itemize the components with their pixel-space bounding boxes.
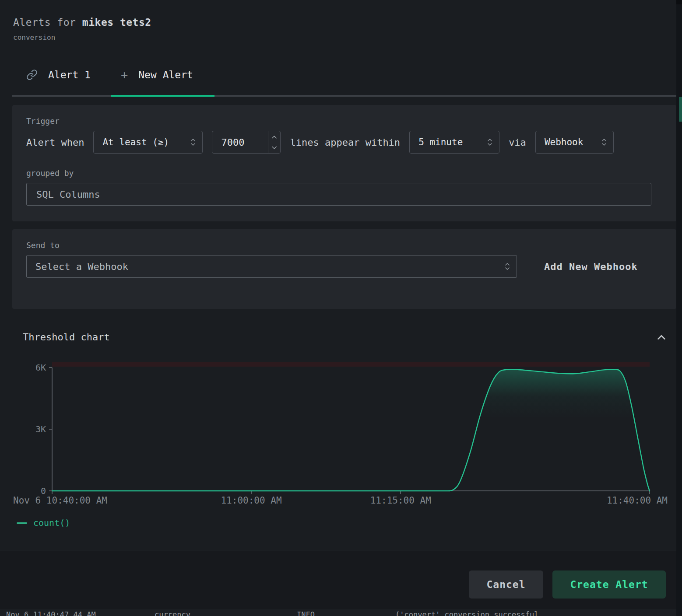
tab-new-alert[interactable]: + New Alert xyxy=(121,69,193,80)
threshold-chart: 03K6KNov 6 10:40:00 AM11:00:00 AM11:15:0… xyxy=(0,359,682,516)
background-green-element xyxy=(679,97,682,122)
cancel-button[interactable]: Cancel xyxy=(469,570,543,598)
via-text: via xyxy=(509,137,526,148)
group-by-input[interactable]: SQL Columns xyxy=(26,183,651,206)
trigger-row: Alert when At least (≥) 7000 lines appea… xyxy=(26,131,662,154)
time-window-select[interactable]: 5 minute xyxy=(409,131,499,154)
chevron-updown-icon xyxy=(503,261,511,272)
send-to-panel: Send to Select a Webhook Add New Webhook xyxy=(12,229,676,309)
create-alert-button[interactable]: Create Alert xyxy=(552,570,666,598)
threshold-type-select[interactable]: At least (≥) xyxy=(93,131,203,154)
x-axis-label: 11:40:00 AM xyxy=(607,495,668,506)
chevron-up-icon xyxy=(655,331,668,344)
chart-canvas xyxy=(0,359,682,516)
background-log-row: Nov 6 11:40:47.44 AM currency INFO ('con… xyxy=(0,609,682,616)
legend-series-label: count() xyxy=(33,518,70,528)
modal-footer: Cancel Create Alert xyxy=(0,550,682,609)
tab-new-alert-label: New Alert xyxy=(138,69,193,80)
tab-alert-1-label: Alert 1 xyxy=(48,69,91,80)
y-axis-label: 0 xyxy=(12,486,46,496)
chevron-updown-icon xyxy=(486,136,494,148)
tab-alert-1[interactable]: Alert 1 xyxy=(26,69,91,80)
alert-when-text: Alert when xyxy=(26,137,84,148)
y-axis-label: 3K xyxy=(12,424,46,434)
page-title-prefix: Alerts for xyxy=(13,17,76,28)
log-level: INFO xyxy=(297,610,315,616)
log-service: currency xyxy=(155,610,190,616)
trigger-panel: Trigger Alert when At least (≥) 7000 lin… xyxy=(12,105,676,221)
page-title-source-name: mikes tets2 xyxy=(82,17,151,28)
background-page-strip xyxy=(676,0,682,616)
group-by-placeholder: SQL Columns xyxy=(36,189,100,200)
log-timestamp: Nov 6 11:40:47.44 AM xyxy=(6,610,96,616)
legend-line-swatch xyxy=(17,522,27,524)
grouped-by-label: grouped by xyxy=(26,168,662,178)
trigger-section-label: Trigger xyxy=(26,116,662,126)
collapse-chart-button[interactable] xyxy=(655,331,668,344)
time-window-value: 5 minute xyxy=(418,137,463,147)
x-axis-label: 11:15:00 AM xyxy=(361,495,440,506)
threshold-chart-title: Threshold chart xyxy=(23,332,110,343)
lines-appear-text: lines appear within xyxy=(290,137,400,148)
series-area xyxy=(52,369,650,491)
channel-select[interactable]: Webhook xyxy=(535,131,614,154)
chevron-updown-icon xyxy=(600,136,608,148)
webhook-select[interactable]: Select a Webhook xyxy=(26,255,517,278)
chevron-up-icon xyxy=(271,134,278,140)
background-notch xyxy=(676,0,682,4)
channel-value: Webhook xyxy=(545,137,584,147)
link-icon xyxy=(26,69,38,80)
threshold-value-input[interactable]: 7000 xyxy=(212,131,281,154)
threshold-type-value: At least (≥) xyxy=(102,137,169,147)
threshold-band xyxy=(52,362,650,367)
create-alert-modal: Alerts for mikes tets2 conversion Alert … xyxy=(0,0,682,616)
add-new-webhook-button[interactable]: Add New Webhook xyxy=(544,261,638,272)
plus-icon: + xyxy=(121,69,128,80)
stepper-down-button[interactable] xyxy=(268,142,280,153)
number-stepper xyxy=(268,131,280,153)
page-subtitle: conversion xyxy=(13,33,55,42)
y-axis-label: 6K xyxy=(12,362,46,373)
webhook-select-placeholder: Select a Webhook xyxy=(35,261,128,272)
log-message: ('convert' conversion successful xyxy=(395,610,539,616)
chart-legend: count() xyxy=(17,518,70,528)
chevron-updown-icon xyxy=(189,136,197,148)
send-to-label: Send to xyxy=(26,241,662,250)
send-to-row: Select a Webhook Add New Webhook xyxy=(26,255,662,278)
threshold-value: 7000 xyxy=(212,131,268,153)
x-axis-label: Nov 6 10:40:00 AM xyxy=(13,495,107,506)
chevron-down-icon xyxy=(271,145,278,150)
tabs-underline-active xyxy=(111,95,214,97)
page-title: Alerts for mikes tets2 xyxy=(13,17,151,28)
x-axis-label: 11:00:00 AM xyxy=(212,495,291,506)
stepper-up-button[interactable] xyxy=(268,131,280,142)
